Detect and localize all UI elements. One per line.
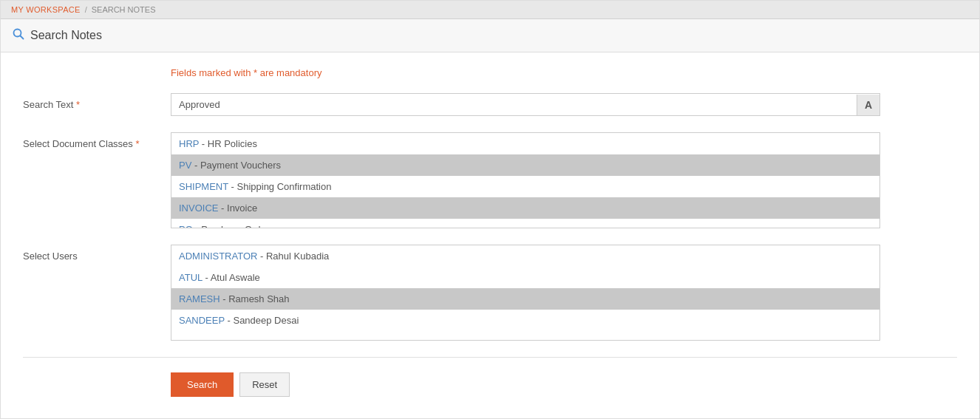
text-input-icon: A — [857, 95, 879, 115]
list-item[interactable]: SHIPMENT - Shipping Confirmation — [171, 176, 879, 197]
search-text-row: Search Text * A — [23, 93, 957, 116]
page-title: Search Notes — [30, 29, 102, 42]
list-item[interactable]: HRP - HR Policies — [171, 133, 879, 154]
select-doc-classes-row: Select Document Classes * HRP - HR Polic… — [23, 132, 957, 228]
select-users-row: Select Users ADMINISTRATOR - Rahul Kubad… — [23, 245, 957, 341]
search-input[interactable] — [171, 94, 857, 115]
select-users-label: Select Users — [23, 245, 171, 262]
button-row: Search Reset — [23, 372, 957, 397]
search-text-input-wrap: A — [171, 93, 880, 116]
list-item[interactable]: ADMINISTRATOR - Rahul Kubadia — [171, 245, 879, 267]
search-button[interactable]: Search — [171, 372, 234, 397]
search-icon — [13, 28, 24, 43]
list-item[interactable]: RAMESH - Ramesh Shah — [171, 288, 879, 310]
page-header: Search Notes — [1, 19, 979, 52]
list-item[interactable]: ATUL - Atul Aswale — [171, 267, 879, 288]
breadcrumb-workspace[interactable]: MY WORKSPACE — [11, 5, 81, 14]
select-doc-classes-label: Select Document Classes * — [23, 132, 171, 149]
search-text-control: A — [171, 93, 880, 116]
mandatory-note-suffix: are mandatory — [257, 67, 321, 78]
content-area: Fields marked with * are mandatory Searc… — [1, 52, 979, 412]
page-wrapper: MY WORKSPACE / SEARCH NOTES Search Notes… — [0, 0, 980, 419]
search-text-label: Search Text * — [23, 93, 171, 110]
breadcrumb-current: SEARCH NOTES — [92, 5, 156, 14]
list-item[interactable]: INVOICE - Invoice — [171, 197, 879, 219]
breadcrumb-separator: / — [85, 5, 87, 14]
users-control: ADMINISTRATOR - Rahul Kubadia ATUL - Atu… — [171, 245, 880, 341]
mandatory-note: Fields marked with * are mandatory — [23, 67, 957, 78]
svg-line-1 — [21, 36, 24, 39]
doc-classes-listbox[interactable]: HRP - HR Policies PV - Payment Vouchers … — [171, 132, 880, 228]
users-listbox[interactable]: ADMINISTRATOR - Rahul Kubadia ATUL - Atu… — [171, 245, 880, 341]
list-item[interactable]: PV - Payment Vouchers — [171, 154, 879, 176]
breadcrumb: MY WORKSPACE / SEARCH NOTES — [1, 1, 979, 19]
list-item[interactable]: PO - Purchase Orders — [171, 219, 879, 228]
divider — [23, 357, 957, 358]
doc-classes-control: HRP - HR Policies PV - Payment Vouchers … — [171, 132, 880, 228]
reset-button[interactable]: Reset — [239, 372, 290, 397]
list-item[interactable]: SANDEEP - Sandeep Desai — [171, 310, 879, 331]
mandatory-note-prefix: Fields marked with — [171, 67, 253, 78]
